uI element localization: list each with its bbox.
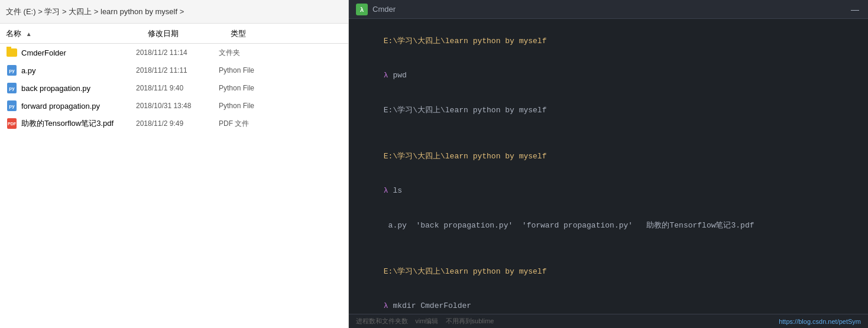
col-header-type[interactable]: 类型 <box>231 28 290 39</box>
terminal-line: E:\学习\大四上\learn python by myself <box>356 254 861 289</box>
terminal-line: λ ls <box>356 174 861 209</box>
file-list: CmderFolder 2018/11/2 11:14 文件夹 a.py 201… <box>0 44 348 328</box>
file-name-cell: forward propagation.py <box>6 100 136 112</box>
minimize-button[interactable]: — <box>849 4 861 15</box>
list-item[interactable]: forward propagation.py 2018/10/31 13:48 … <box>0 97 348 115</box>
terminal-panel: λ Cmder — E:\学习\大四上\learn python by myse… <box>349 0 868 328</box>
breadcrumb[interactable]: 文件 (E:) > 学习 > 大四上 > learn python by mys… <box>0 0 348 24</box>
file-name-cell: CmderFolder <box>6 47 136 59</box>
file-date: 2018/10/31 13:48 <box>136 102 219 110</box>
terminal-line: λ pwd <box>356 59 861 93</box>
terminal-body[interactable]: E:\学习\大四上\learn python by myself λ pwd E… <box>349 19 868 314</box>
terminal-logo: λ <box>356 4 368 15</box>
column-headers: 名称 ▲ 修改日期 类型 <box>0 24 348 44</box>
breadcrumb-text: 文件 (E:) > 学习 > 大四上 > learn python by mys… <box>6 7 184 17</box>
file-name-cell: back propagation.py <box>6 82 136 94</box>
file-type: 文件夹 <box>219 48 278 58</box>
file-type: PDF 文件 <box>219 119 278 129</box>
terminal-line: a.py 'back propagation.py' 'forward prop… <box>356 208 861 243</box>
file-date: 2018/11/2 11:11 <box>136 66 219 74</box>
terminal-line: E:\学习\大四上\learn python by myself <box>356 24 861 59</box>
file-type: Python File <box>219 66 278 74</box>
terminal-line: E:\学习\大四上\learn python by myself <box>356 93 861 128</box>
terminal-blank <box>356 243 861 255</box>
pdf-file-icon <box>6 118 18 129</box>
list-item[interactable]: a.py 2018/11/2 11:11 Python File <box>0 61 348 79</box>
terminal-titlebar: λ Cmder — <box>349 0 868 19</box>
python-file-icon <box>6 82 18 94</box>
terminal-title: Cmder <box>373 5 396 14</box>
file-date: 2018/11/2 11:14 <box>136 48 219 57</box>
file-explorer: 文件 (E:) > 学习 > 大四上 > learn python by mys… <box>0 0 349 328</box>
terminal-line: λ mkdir CmderFolder <box>356 289 861 314</box>
file-name-cell: 助教的Tensorflow笔记3.pdf <box>6 118 136 129</box>
sort-arrow-icon: ▲ <box>26 31 32 37</box>
blog-url: https://blog.csdn.net/petSym <box>779 318 861 325</box>
python-file-icon <box>6 64 18 76</box>
col-header-date[interactable]: 修改日期 <box>148 28 231 39</box>
terminal-footer: 进程数和文件夹数 vim编辑 不用再到sublime https://blog.… <box>349 314 868 328</box>
col-header-name[interactable]: 名称 ▲ <box>6 28 148 39</box>
list-item[interactable]: back propagation.py 2018/11/1 9:40 Pytho… <box>0 79 348 97</box>
terminal-blank <box>356 128 861 139</box>
list-item[interactable]: 助教的Tensorflow笔记3.pdf 2018/11/2 9:49 PDF … <box>0 115 348 132</box>
terminal-line: E:\学习\大四上\learn python by myself <box>356 139 861 174</box>
file-type: Python File <box>219 84 278 92</box>
terminal-controls: — <box>849 4 861 15</box>
folder-icon <box>6 47 18 59</box>
file-date: 2018/11/1 9:40 <box>136 84 219 92</box>
footer-info: 进程数和文件夹数 vim编辑 不用再到sublime <box>356 317 779 326</box>
list-item[interactable]: CmderFolder 2018/11/2 11:14 文件夹 <box>0 44 348 61</box>
file-name-cell: a.py <box>6 64 136 76</box>
file-type: Python File <box>219 102 278 110</box>
file-date: 2018/11/2 9:49 <box>136 119 219 128</box>
python-file-icon <box>6 100 18 112</box>
